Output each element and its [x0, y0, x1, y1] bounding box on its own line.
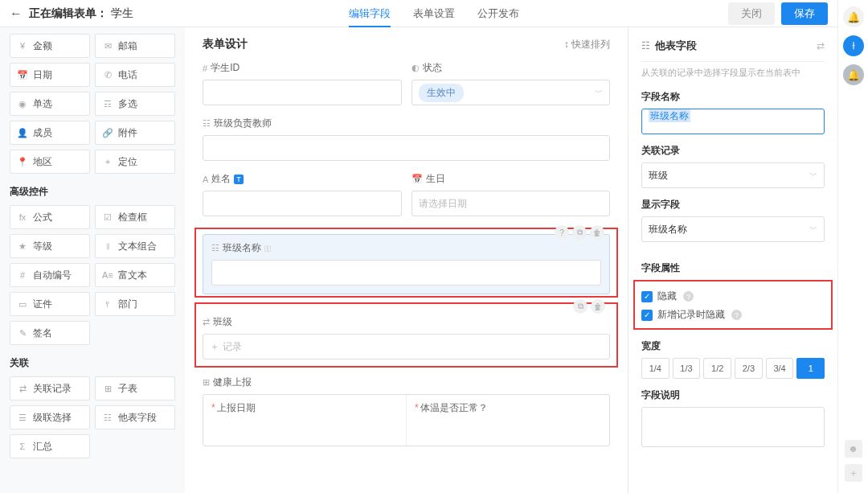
class-field-highlight: ⧉ 🗑 ⇄班级 ＋记录	[194, 302, 618, 368]
back-arrow-icon[interactable]: ←	[10, 6, 23, 21]
quick-sort-button[interactable]: ↕ 快速排列	[564, 38, 610, 51]
properties-panel: ☷ 他表字段 ⇄ 从关联的记录中选择字段显示在当前表中 字段名称 班级名称 关联…	[628, 27, 837, 493]
width-option[interactable]: 1/3	[673, 358, 701, 379]
hide-label: 隐藏	[657, 290, 677, 303]
palette-item[interactable]: ☶多选	[95, 92, 175, 116]
class-record-input[interactable]: ＋记录	[203, 334, 610, 359]
palette-item[interactable]: 👤成员	[10, 121, 90, 145]
editing-label: 正在编辑表单：	[29, 6, 108, 21]
field-delete-icon[interactable]: 🗑	[591, 299, 605, 314]
tab-edit-fields[interactable]: 编辑字段	[349, 0, 391, 27]
palette-item[interactable]: ☰级联选择	[10, 405, 90, 429]
palette-item[interactable]: ¥金额	[10, 34, 90, 58]
field-type-icon: ✆	[102, 70, 113, 80]
link-icon: ⇄	[203, 317, 210, 327]
field-attributes-highlight: ✓ 隐藏 ? ✓ 新增记录时隐藏 ?	[633, 280, 833, 330]
field-type-icon: 👤	[17, 128, 28, 138]
field-label-student-id: 学生ID	[211, 61, 240, 75]
subform-col-temp: *体温是否正常？	[407, 395, 609, 421]
right-rail: 🔔 ⫲ 🔔 ☻ ＋	[837, 0, 868, 493]
field-type-icon: ☑	[102, 212, 113, 223]
contact-icon[interactable]: ☻	[845, 440, 862, 458]
title-badge: T	[234, 175, 244, 184]
class-name-input[interactable]	[211, 260, 601, 286]
palette-item[interactable]: 📍地区	[10, 150, 90, 174]
chevron-down-icon: ﹀	[809, 170, 817, 181]
class-field-block[interactable]: ⧉ 🗑 ⇄班级 ＋记录	[203, 309, 610, 364]
birthday-input[interactable]	[411, 191, 611, 216]
palette-item[interactable]: ✆电话	[95, 63, 175, 87]
hide-new-checkbox[interactable]: ✓	[641, 310, 653, 321]
subform-cell-empty[interactable]	[407, 421, 609, 446]
palette-item[interactable]: 📅日期	[10, 63, 90, 87]
field-description-input[interactable]	[641, 407, 825, 447]
palette-item[interactable]: ◉单选	[10, 92, 90, 116]
field-delete-icon[interactable]: 🗑	[590, 225, 604, 240]
field-palette: ¥金额✉邮箱📅日期✆电话◉单选☶多选👤成员🔗附件📍地区⌖定位 高级控件 fx公式…	[0, 27, 185, 493]
width-option[interactable]: 3/4	[766, 358, 794, 379]
field-name-input[interactable]: 班级名称	[641, 109, 825, 134]
field-type-icon: ✎	[17, 328, 28, 339]
notification-icon[interactable]: 🔔	[843, 64, 864, 85]
palette-item[interactable]: Σ汇总	[10, 434, 90, 458]
palette-item[interactable]: ⌖定位	[95, 150, 175, 174]
health-subform[interactable]: *上报日期 *体温是否正常？	[203, 394, 610, 446]
hide-checkbox[interactable]: ✓	[641, 291, 653, 302]
palette-item[interactable]: ☷他表字段	[95, 405, 175, 429]
width-option[interactable]: 1/2	[703, 358, 731, 379]
field-label-class: 班级	[213, 315, 232, 329]
prop-label-link: 关联记录	[641, 144, 825, 158]
field-type-icon: ¥	[17, 41, 28, 51]
palette-item[interactable]: ⫯部门	[95, 292, 175, 316]
palette-item[interactable]: fx公式	[10, 205, 90, 229]
status-tag: 生效中	[419, 84, 464, 102]
palette-item[interactable]: ⊞子表	[95, 376, 175, 401]
palette-item[interactable]: ☑检查框	[95, 205, 175, 229]
field-help-icon[interactable]: ?	[555, 225, 569, 240]
field-label-health: 健康上报	[213, 376, 252, 389]
close-button[interactable]: 关闭	[728, 2, 775, 25]
save-button[interactable]: 保存	[781, 2, 828, 25]
field-type-icon: ⫴	[102, 241, 113, 252]
palette-item[interactable]: ★等级	[10, 234, 90, 258]
field-copy-icon[interactable]: ⧉	[573, 299, 588, 314]
palette-item[interactable]: ✎签名	[10, 321, 90, 345]
field-type-icon: ⫯	[102, 299, 113, 309]
org-icon[interactable]: ⫲	[843, 35, 864, 56]
field-type-icon: ✉	[102, 41, 113, 51]
palette-item[interactable]: ⫴文本组合	[95, 234, 175, 258]
palette-item[interactable]: #自动编号	[10, 263, 90, 287]
width-option[interactable]: 1/4	[641, 358, 669, 379]
help-icon[interactable]: ?	[683, 291, 694, 302]
prop-label-width: 宽度	[641, 339, 825, 353]
student-id-input[interactable]	[203, 80, 402, 105]
field-type-icon: ⇄	[17, 384, 28, 394]
field-type-icon: ⊞	[102, 384, 113, 394]
name-input[interactable]	[203, 191, 402, 216]
help-icon[interactable]: ?	[731, 310, 742, 320]
status-select[interactable]: 生效中 ﹀	[411, 80, 611, 105]
section-relation: 关联	[10, 356, 175, 370]
field-type-icon: #	[17, 270, 28, 280]
swap-icon[interactable]: ⇄	[817, 40, 825, 51]
field-copy-icon[interactable]: ⧉	[572, 225, 587, 240]
field-type-icon: 📍	[17, 157, 28, 167]
selected-field-block[interactable]: ? ⧉ 🗑 ☷班级名称 👁̷	[203, 234, 610, 294]
palette-item[interactable]: ▭证件	[10, 292, 90, 316]
add-icon[interactable]: ＋	[845, 464, 862, 482]
field-type-icon: A≡	[102, 270, 113, 280]
tab-publish[interactable]: 公开发布	[477, 0, 519, 27]
palette-item[interactable]: 🔗附件	[95, 121, 175, 145]
section-advanced: 高级控件	[10, 185, 175, 199]
display-field-select[interactable]: 班级名称﹀	[641, 216, 825, 242]
subform-cell-empty[interactable]	[203, 421, 407, 446]
tab-form-settings[interactable]: 表单设置	[413, 0, 455, 27]
link-record-select[interactable]: 班级﹀	[641, 162, 825, 188]
width-option[interactable]: 2/3	[735, 358, 763, 379]
class-teacher-input[interactable]	[203, 135, 610, 161]
width-option[interactable]: 1	[796, 358, 825, 379]
palette-item[interactable]: ⇄关联记录	[10, 376, 90, 401]
bell-icon[interactable]: 🔔	[843, 6, 864, 27]
palette-item[interactable]: A≡富文本	[95, 263, 175, 287]
palette-item[interactable]: ✉邮箱	[95, 34, 175, 58]
